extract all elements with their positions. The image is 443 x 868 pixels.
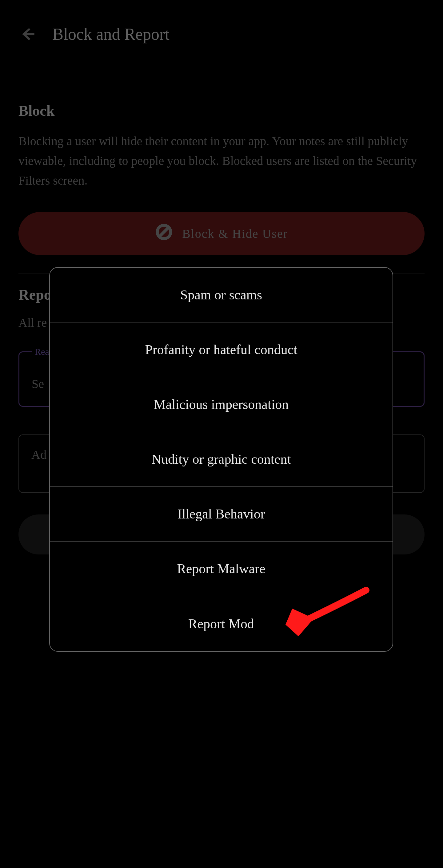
report-option-impersonation[interactable]: Malicious impersonation <box>50 377 392 432</box>
block-description: Blocking a user will hide their content … <box>19 131 424 190</box>
back-arrow-icon[interactable] <box>19 25 37 43</box>
svg-line-1 <box>160 228 168 237</box>
block-button-label: Block & Hide User <box>182 226 288 241</box>
page-title: Block and Report <box>52 25 169 44</box>
report-option-profanity[interactable]: Profanity or hateful conduct <box>50 322 392 377</box>
report-option-spam[interactable]: Spam or scams <box>50 268 392 322</box>
block-heading: Block <box>19 102 424 119</box>
report-option-nudity[interactable]: Nudity or graphic content <box>50 432 392 487</box>
prohibit-icon <box>155 223 173 244</box>
report-option-malware[interactable]: Report Malware <box>50 541 392 596</box>
block-hide-user-button[interactable]: Block & Hide User <box>19 212 424 255</box>
textarea-placeholder: Ad <box>31 447 46 462</box>
header: Block and Report <box>0 0 443 56</box>
select-value: Se <box>32 377 44 391</box>
report-option-illegal[interactable]: Illegal Behavior <box>50 487 392 541</box>
report-reason-modal: Spam or scams Profanity or hateful condu… <box>49 267 393 652</box>
report-option-mod[interactable]: Report Mod <box>50 596 392 651</box>
